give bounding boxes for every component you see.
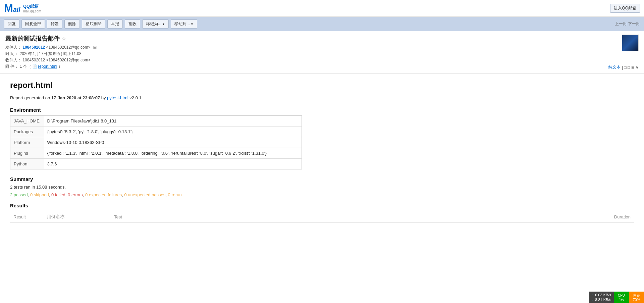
env-key: Python bbox=[10, 159, 44, 169]
logo-qq-label: QQ邮箱 bbox=[23, 3, 41, 9]
email-subject: 最新的测试报告邮件 ☆ bbox=[5, 35, 639, 43]
environment-heading: Environment bbox=[10, 107, 634, 113]
reply-all-button[interactable]: 回复全部 bbox=[21, 19, 45, 29]
col-duration-header: Duration bbox=[594, 211, 634, 223]
logo-area: M ail QQ邮箱 mail.qq.com bbox=[4, 2, 41, 14]
env-key: Platform bbox=[10, 137, 44, 148]
reply-button[interactable]: 回复 bbox=[4, 19, 19, 29]
email-body: report.html Report generated on 17-Jan-2… bbox=[0, 74, 644, 235]
stat-expected-failures: 0 expected failures bbox=[85, 192, 122, 197]
stat-passed: 2 passed bbox=[10, 192, 28, 197]
stat-rerun: 0 rerun bbox=[168, 192, 182, 197]
col-yongli-header: 用例名称 bbox=[44, 211, 111, 223]
avatar bbox=[622, 35, 639, 51]
mark-as-dropdown-icon: ▼ bbox=[162, 22, 165, 26]
results-header-row: Result 用例名称 Test Duration bbox=[10, 211, 634, 223]
view-plain-text[interactable]: 纯文本 bbox=[608, 64, 621, 70]
col-result-header: Result bbox=[10, 211, 44, 223]
results-table: Result 用例名称 Test Duration bbox=[10, 211, 634, 223]
top-bar: M ail QQ邮箱 mail.qq.com 进入QQ邮箱 bbox=[0, 0, 644, 17]
view-options: 纯文本 | □ □ ⊟ ∨ bbox=[608, 64, 639, 70]
attachment-file[interactable]: 📄 report.html bbox=[32, 64, 57, 69]
summary-text: 2 tests ran in 15.08 seconds. bbox=[10, 185, 634, 190]
star-icon[interactable]: ☆ bbox=[62, 36, 66, 41]
env-row: Packages{'pytest': '5.3.2', 'py': '1.8.0… bbox=[10, 127, 302, 137]
env-key: Packages bbox=[10, 127, 44, 137]
summary-heading: Summary bbox=[10, 176, 634, 182]
sender-card-icon[interactable]: ▣ bbox=[93, 45, 97, 50]
environment-table: JAVA_HOMED:\Program Files\Java\jdk1.8.0_… bbox=[10, 115, 302, 169]
section-results: Results Result 用例名称 Test Duration bbox=[10, 203, 634, 223]
env-row: Plugins{'forked': '1.1.3', 'html': '2.0.… bbox=[10, 148, 302, 159]
enter-qq-button[interactable]: 进入QQ邮箱 bbox=[610, 4, 640, 13]
logo-domain-label: mail.qq.com bbox=[23, 9, 41, 13]
email-from-meta: 发件人： 1084502012 <1084502012@qq.com> ▣ bbox=[5, 45, 639, 50]
env-row: JAVA_HOMED:\Program Files\Java\jdk1.8.0_… bbox=[10, 116, 302, 127]
stat-failed: 0 failed bbox=[51, 192, 65, 197]
stat-errors: 0 errors bbox=[68, 192, 83, 197]
section-summary: Summary 2 tests ran in 15.08 seconds. 2 … bbox=[10, 176, 634, 197]
toolbar: 回复 回复全部 转发 删除 彻底删除 举报 拒收 标记为... ▼ 移动到...… bbox=[0, 17, 644, 31]
move-to-button[interactable]: 移动到... ▼ bbox=[171, 19, 197, 29]
logo-m-icon: M bbox=[4, 2, 13, 14]
logo-ail-text: ail bbox=[13, 6, 20, 13]
move-to-dropdown-icon: ▼ bbox=[191, 22, 194, 26]
mark-as-button[interactable]: 标记为... ▼ bbox=[142, 19, 169, 29]
stat-skipped: 0 skipped bbox=[30, 192, 49, 197]
attachment-icon: 📄 bbox=[32, 64, 37, 69]
email-time-meta: 时 间： 2020年1月17日(星期五) 晚上11:08 bbox=[5, 51, 639, 57]
delete-button[interactable]: 删除 bbox=[64, 19, 80, 29]
stat-unexpected-passes: 0 unexpected passes bbox=[124, 192, 165, 197]
env-value: {'forked': '1.1.3', 'html': '2.0.1', 'me… bbox=[44, 148, 302, 159]
email-header: 最新的测试报告邮件 ☆ 发件人： 1084502012 <1084502012@… bbox=[0, 31, 644, 74]
pytest-html-link[interactable]: pytest-html bbox=[107, 95, 128, 100]
env-value: Windows-10-10.0.18362-SP0 bbox=[44, 137, 302, 148]
env-value: {'pytest': '5.3.2', 'py': '1.8.0', 'plug… bbox=[44, 127, 302, 137]
env-row: PlatformWindows-10-10.0.18362-SP0 bbox=[10, 137, 302, 148]
email-to-meta: 收件人： 1084502012 <1084502012@qq.com> bbox=[5, 57, 639, 63]
env-value: D:\Program Files\Java\jdk1.8.0_131 bbox=[44, 116, 302, 127]
report-generated: Report generated on 17-Jan-2020 at 23:08… bbox=[10, 95, 634, 100]
env-row: Python3.7.6 bbox=[10, 159, 302, 169]
env-key: JAVA_HOME bbox=[10, 116, 44, 127]
section-environment: Environment JAVA_HOMED:\Program Files\Ja… bbox=[10, 107, 634, 169]
nav-arrows[interactable]: 上一封 下一封 bbox=[615, 21, 640, 27]
report-button[interactable]: 举报 bbox=[107, 19, 123, 29]
reject-button[interactable]: 拒收 bbox=[125, 19, 140, 29]
env-value: 3.7.6 bbox=[44, 159, 302, 169]
view-icons[interactable]: | □ □ ⊟ ∨ bbox=[622, 65, 639, 70]
delete-permanent-button[interactable]: 彻底删除 bbox=[82, 19, 105, 29]
email-attachment-meta: 附 件： 1 个（ 📄 report.html ） bbox=[5, 64, 639, 69]
env-key: Plugins bbox=[10, 148, 44, 159]
col-test-header: Test bbox=[111, 211, 594, 223]
summary-stats: 2 passed, 0 skipped, 0 failed, 0 errors,… bbox=[10, 192, 634, 197]
forward-button[interactable]: 转发 bbox=[47, 19, 62, 29]
results-heading: Results bbox=[10, 203, 634, 208]
report-title: report.html bbox=[10, 81, 634, 90]
subject-text: 最新的测试报告邮件 bbox=[5, 35, 60, 43]
